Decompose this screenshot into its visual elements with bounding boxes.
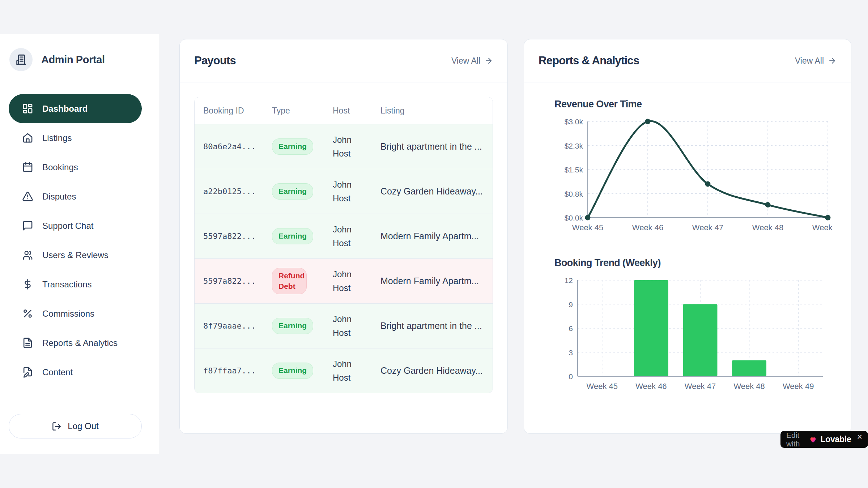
- dollar-sign-icon: [22, 279, 33, 290]
- sidebar-item-label: Bookings: [42, 162, 78, 172]
- message-square-icon: [22, 220, 33, 231]
- svg-text:Week 46: Week 46: [635, 382, 667, 391]
- close-icon[interactable]: ×: [857, 432, 862, 441]
- svg-text:Week 48: Week 48: [733, 382, 765, 391]
- type-cell: Earning: [263, 363, 324, 378]
- edit-with-lovable-badge[interactable]: Edit with Lovable ×: [780, 431, 868, 448]
- svg-text:$2.3k: $2.3k: [565, 142, 583, 150]
- view-all-label: View All: [451, 56, 480, 66]
- sidebar-item-listings[interactable]: Listings: [9, 123, 142, 153]
- svg-text:Week 46: Week 46: [632, 223, 663, 232]
- svg-text:9: 9: [569, 300, 573, 309]
- svg-text:3: 3: [569, 348, 573, 357]
- sidebar-item-label: Support Chat: [42, 221, 93, 231]
- arrow-right-icon: [484, 56, 493, 65]
- table-row: 8f79aaae...EarningJohn HostBright apartm…: [195, 303, 493, 348]
- table-row: 80a6e2a4...EarningJohn HostBright apartm…: [195, 124, 493, 169]
- revenue-chart-title: Revenue Over Time: [554, 99, 851, 110]
- booking-id-cell: 80a6e2a4...: [195, 142, 263, 151]
- percent-icon: [22, 308, 33, 319]
- type-badge: Earning: [272, 228, 313, 244]
- payouts-table: Booking ID Type Host Listing 80a6e2a4...…: [194, 97, 493, 393]
- listing-cell: Bright apartment in the ...: [372, 321, 493, 331]
- calendar-icon: [22, 162, 33, 173]
- sidebar-item-users-reviews[interactable]: Users & Reviews: [9, 240, 142, 270]
- payouts-table-header: Booking ID Type Host Listing: [195, 97, 493, 124]
- app-title: Admin Portal: [41, 54, 105, 66]
- host-cell: John Host: [324, 267, 372, 294]
- type-badge: Refund Debt: [272, 268, 307, 294]
- host-cell: John Host: [324, 357, 372, 384]
- sidebar-item-disputes[interactable]: Disputes: [9, 182, 142, 211]
- sidebar-item-label: Transactions: [42, 279, 92, 290]
- type-cell: Earning: [263, 183, 324, 199]
- sidebar-item-support-chat[interactable]: Support Chat: [9, 211, 142, 240]
- booking-trend-chart-title: Booking Trend (Weekly): [554, 257, 851, 269]
- layout-dashboard-icon: [22, 103, 33, 114]
- reports-view-all-button[interactable]: View All: [795, 56, 837, 66]
- svg-text:Week 45: Week 45: [572, 223, 603, 232]
- type-cell: Earning: [263, 228, 324, 244]
- sidebar-item-content[interactable]: Content: [9, 358, 142, 387]
- booking-id-cell: a22b0125...: [195, 187, 263, 196]
- building-icon: [9, 48, 33, 71]
- svg-text:$3.0k: $3.0k: [565, 117, 583, 126]
- reports-title: Reports & Analytics: [539, 54, 639, 67]
- alert-triangle-icon: [22, 191, 33, 202]
- column-header-host: Host: [324, 106, 372, 116]
- logout-label: Log Out: [68, 421, 98, 431]
- host-cell: John Host: [324, 312, 372, 339]
- payouts-view-all-button[interactable]: View All: [451, 56, 493, 66]
- sidebar: Admin Portal DashboardListingsBookingsDi…: [0, 34, 159, 454]
- booking-id-cell: 5597a822...: [195, 232, 263, 241]
- edit-with-label: Edit with: [786, 431, 805, 448]
- reports-card: Reports & Analytics View All Revenue Ove…: [524, 39, 851, 434]
- payouts-card-header: Payouts View All: [180, 39, 507, 82]
- svg-text:Week 49: Week 49: [783, 382, 814, 391]
- type-badge: Earning: [272, 138, 313, 154]
- arrow-right-icon: [828, 56, 837, 65]
- lovable-brand-label: Lovable: [821, 435, 851, 444]
- lovable-heart-icon: [809, 436, 817, 444]
- sidebar-item-label: Reports & Analytics: [42, 338, 118, 348]
- svg-text:Week 48: Week 48: [752, 223, 783, 232]
- column-header-booking-id: Booking ID: [195, 106, 263, 116]
- sidebar-item-label: Dashboard: [42, 104, 88, 114]
- svg-text:$0.8k: $0.8k: [565, 190, 583, 198]
- logout-icon: [52, 421, 61, 431]
- column-header-listing: Listing: [372, 106, 493, 116]
- logout-button[interactable]: Log Out: [9, 414, 142, 438]
- sidebar-nav: DashboardListingsBookingsDisputesSupport…: [9, 94, 142, 387]
- file-text-icon: [22, 337, 33, 348]
- column-header-type: Type: [263, 106, 324, 116]
- host-cell: John Host: [324, 178, 372, 205]
- table-row: 5597a822...Refund DebtJohn HostModern Fa…: [195, 258, 493, 303]
- sidebar-item-label: Listings: [42, 133, 72, 143]
- sidebar-item-label: Users & Reviews: [42, 250, 109, 260]
- home-icon: [22, 132, 33, 144]
- svg-text:0: 0: [569, 372, 573, 381]
- view-all-label: View All: [795, 56, 824, 66]
- type-badge: Earning: [272, 318, 313, 334]
- payouts-table-body: 80a6e2a4...EarningJohn HostBright apartm…: [195, 124, 493, 393]
- svg-text:Week 45: Week 45: [587, 382, 618, 391]
- sidebar-item-label: Disputes: [42, 192, 76, 202]
- sidebar-item-reports-analytics[interactable]: Reports & Analytics: [9, 328, 142, 358]
- svg-text:Week 47: Week 47: [692, 223, 723, 232]
- reports-card-header: Reports & Analytics View All: [524, 39, 851, 82]
- type-cell: Earning: [263, 138, 324, 154]
- sidebar-item-commissions[interactable]: Commissions: [9, 299, 142, 328]
- sidebar-item-bookings[interactable]: Bookings: [9, 153, 142, 182]
- booking-id-cell: f87ffaa7...: [195, 366, 263, 375]
- payouts-title: Payouts: [194, 54, 236, 67]
- svg-text:6: 6: [569, 324, 573, 333]
- host-cell: John Host: [324, 223, 372, 249]
- app-logo-row: Admin Portal: [9, 48, 105, 71]
- sidebar-item-label: Commissions: [42, 309, 94, 319]
- svg-text:$1.5k: $1.5k: [565, 166, 583, 174]
- sidebar-item-transactions[interactable]: Transactions: [9, 270, 142, 299]
- svg-text:12: 12: [565, 276, 573, 284]
- booking-id-cell: 5597a822...: [195, 277, 263, 286]
- sidebar-item-dashboard[interactable]: Dashboard: [9, 94, 142, 123]
- svg-text:Week 47: Week 47: [685, 382, 716, 391]
